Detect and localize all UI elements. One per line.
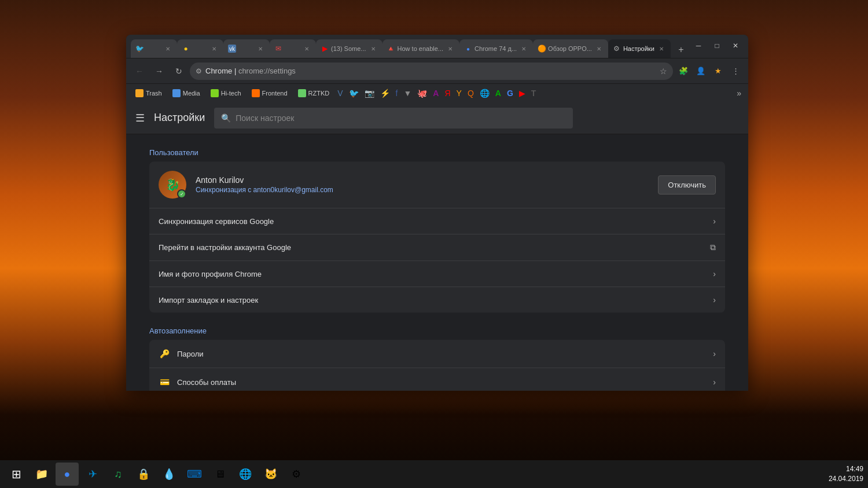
tab-close-settings[interactable]: ✕ xyxy=(657,44,666,53)
tab-close-twitter[interactable]: ✕ xyxy=(163,44,172,53)
import-row[interactable]: Импорт закладок и настроек › xyxy=(149,287,725,313)
bookmark-tm-icon[interactable]: T xyxy=(529,86,539,100)
bookmark-icon-facebook: f xyxy=(396,89,398,98)
bookmark-g-icon[interactable]: G xyxy=(505,86,516,100)
bookmark-icon-world: 🌐 xyxy=(480,89,490,98)
bookmark-trash[interactable]: Trash xyxy=(131,86,167,100)
address-bar[interactable]: ⚙ Chrome | chrome://settings ☆ xyxy=(190,63,673,80)
close-button[interactable]: ✕ xyxy=(727,39,744,52)
tab-label-youtube: (13) Some... xyxy=(331,45,366,52)
tab-close-mail[interactable]: ✕ xyxy=(302,44,311,53)
title-bar: 🐦 ✕ ● ✕ vk ✕ ✉ ✕ xyxy=(126,35,748,58)
tab-obzor[interactable]: 🟠 Обзор OPPO... ✕ xyxy=(533,39,608,58)
settings-main: ☰ Настройки 🔍 Пользователи 🐉 xyxy=(126,102,748,391)
hamburger-menu-icon[interactable]: ☰ xyxy=(135,112,145,124)
forward-button[interactable]: → xyxy=(150,63,168,80)
payment-row[interactable]: 💳 Способы оплаты › xyxy=(149,368,725,391)
bookmark-icon-frontend xyxy=(252,89,260,97)
taskbar-explorer[interactable]: 📁 xyxy=(30,463,53,486)
navigation-bar: ← → ↻ ⚙ Chrome | chrome://settings ☆ 🧩 👤… xyxy=(126,58,748,83)
tab-youtube[interactable]: ▶ (13) Some... ✕ xyxy=(316,39,382,58)
bookmark-github-icon[interactable]: 🐙 xyxy=(415,86,429,100)
tab-twitter[interactable]: 🐦 ✕ xyxy=(131,39,177,58)
tab-brave[interactable]: 🔺 How to enable... ✕ xyxy=(382,39,460,58)
bookmark-y2-icon[interactable]: Y xyxy=(454,86,464,100)
tab-close-youtube[interactable]: ✕ xyxy=(369,44,378,53)
search-input[interactable] xyxy=(236,113,566,123)
taskbar-remote[interactable]: 🖥 xyxy=(208,463,231,486)
menu-button[interactable]: ⋮ xyxy=(727,63,744,79)
bookmark-twitter-icon[interactable]: 🐦 xyxy=(347,86,361,100)
tab-feed[interactable]: ● ✕ xyxy=(177,39,223,58)
address-favicon: ⚙ xyxy=(196,67,202,75)
bookmark-media[interactable]: Media xyxy=(168,86,205,100)
extensions-button[interactable]: 🧩 xyxy=(675,63,692,79)
tab-vk[interactable]: vk ✕ xyxy=(223,39,270,58)
bookmark-instagram-icon[interactable]: 📷 xyxy=(362,86,377,100)
bookmark-world-icon[interactable]: 🌐 xyxy=(477,86,492,100)
bookmark-hitech[interactable]: Hi-tech xyxy=(206,86,246,100)
new-tab-button[interactable]: + xyxy=(673,42,689,58)
maximize-button[interactable]: □ xyxy=(709,39,725,52)
tab-close-obzor[interactable]: ✕ xyxy=(594,44,604,53)
google-account-row[interactable]: Перейти в настройки аккаунта Google ⧉ xyxy=(149,234,725,260)
settings-search-box[interactable]: 🔍 xyxy=(214,108,573,129)
taskbar-network[interactable]: 🌐 xyxy=(234,463,257,486)
taskbar-dropper[interactable]: 💧 xyxy=(157,463,181,486)
bookmark-rztkd[interactable]: RZTKD xyxy=(293,86,334,100)
extension1-button[interactable]: ★ xyxy=(710,63,726,79)
taskbar-settings[interactable]: ⚙ xyxy=(285,463,308,486)
tab-close-chrome74[interactable]: ✕ xyxy=(519,44,528,53)
tab-close-brave[interactable]: ✕ xyxy=(446,44,455,53)
bookmarks-more-button[interactable]: » xyxy=(734,89,744,98)
back-button[interactable]: ← xyxy=(131,63,148,80)
bookmark-vk-icon[interactable]: V xyxy=(335,86,345,100)
bookmark-label-media: Media xyxy=(183,90,200,97)
sync-indicator: ✓ xyxy=(177,189,186,199)
chevron-right-icon: › xyxy=(713,217,716,226)
disconnect-button[interactable]: Отключить xyxy=(658,175,716,195)
tab-settings[interactable]: ⚙ Настройки ✕ xyxy=(608,39,671,58)
import-label: Импорт закладок и настроек xyxy=(159,296,713,304)
bookmark-icon-yandex: Я xyxy=(444,89,450,98)
taskbar-tray: 14:49 24.04.2019 xyxy=(829,464,863,484)
bookmark-q-icon[interactable]: Q xyxy=(465,86,476,100)
bookmark-star-icon[interactable]: ☆ xyxy=(660,67,667,76)
user-email: Синхронизация с anton0kurilov@gmail.com xyxy=(196,186,649,194)
tab-mail[interactable]: ✉ ✕ xyxy=(270,39,316,58)
taskbar-keepass[interactable]: 🔒 xyxy=(132,463,155,486)
tab-close-feed[interactable]: ✕ xyxy=(209,44,219,53)
bookmark-frontend[interactable]: Frontend xyxy=(247,86,292,100)
bookmark-icon-bf: ⚡ xyxy=(380,89,390,98)
user-avatar: 🐉 ✓ xyxy=(159,171,186,199)
account-button[interactable]: 👤 xyxy=(693,63,709,79)
address-text: Chrome | chrome://settings xyxy=(205,67,656,75)
card-icon: 💳 xyxy=(159,376,170,388)
bookmark-icon-vk: V xyxy=(337,89,343,98)
bookmark-yt-icon[interactable]: ▶ xyxy=(517,86,528,100)
bookmark-label-frontend: Frontend xyxy=(262,90,288,97)
taskbar-chrome[interactable]: ● xyxy=(56,463,79,486)
system-clock: 14:49 24.04.2019 xyxy=(829,464,863,484)
bookmark-icon-a2: A xyxy=(495,89,501,98)
bookmark-icon-tm: T xyxy=(531,89,536,98)
tab-close-vk[interactable]: ✕ xyxy=(256,44,265,53)
bookmark-bf-icon[interactable]: ⚡ xyxy=(378,86,392,100)
bookmark-arrow-icon[interactable]: ▼ xyxy=(401,86,414,100)
tab-favicon-twitter: 🐦 xyxy=(135,45,144,53)
taskbar-spotify[interactable]: ♫ xyxy=(106,463,130,486)
profile-name-row[interactable]: Имя и фото профиля Chrome › xyxy=(149,260,725,287)
bookmark-yandex-icon[interactable]: Я xyxy=(442,86,453,100)
taskbar-github[interactable]: 🐱 xyxy=(259,463,282,486)
passwords-row[interactable]: 🔑 Пароли › xyxy=(149,340,725,368)
reload-button[interactable]: ↻ xyxy=(170,63,187,80)
sync-services-row[interactable]: Синхронизация сервисов Google › xyxy=(149,208,725,234)
start-button[interactable]: ⊞ xyxy=(5,463,28,486)
bookmark-a1-icon[interactable]: A xyxy=(431,86,441,100)
taskbar-vscode[interactable]: ⌨ xyxy=(183,463,206,486)
taskbar-telegram[interactable]: ✈ xyxy=(81,463,104,486)
minimize-button[interactable]: ─ xyxy=(690,39,707,52)
bookmark-facebook-icon[interactable]: f xyxy=(393,86,400,100)
tab-chrome74[interactable]: ● Chrome 74 д... ✕ xyxy=(459,39,533,58)
bookmark-a2-icon[interactable]: A xyxy=(493,86,503,100)
